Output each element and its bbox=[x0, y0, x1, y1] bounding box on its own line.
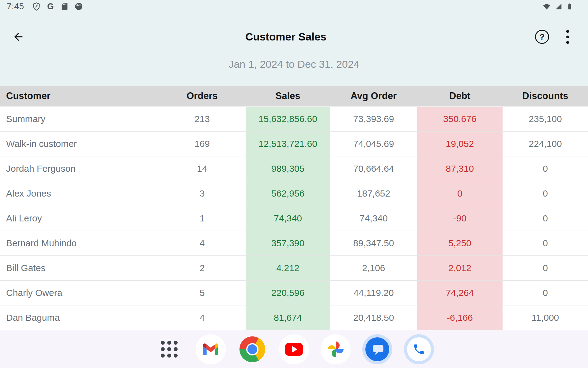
kebab-dot bbox=[566, 36, 569, 38]
back-arrow-icon bbox=[12, 31, 24, 43]
table-header-row: Customer Orders Sales Avg Order Debt Dis… bbox=[0, 86, 588, 107]
wifi-icon bbox=[542, 2, 551, 11]
table-row[interactable]: Ali Leroy 1 74,340 74,340 -90 0 bbox=[0, 206, 588, 231]
cell-sales: 357,390 bbox=[246, 231, 330, 255]
table-row[interactable]: Jordah Ferguson 14 989,305 70,664.64 87,… bbox=[0, 156, 588, 181]
cell-customer: Walk-in customer bbox=[0, 132, 159, 156]
cell-discounts: 0 bbox=[503, 256, 588, 280]
cell-avg-order: 74,045.69 bbox=[330, 132, 417, 156]
taskbar-app-google-photos[interactable] bbox=[321, 334, 351, 364]
cell-customer: Charly Owera bbox=[0, 281, 159, 305]
cell-sales: 81,674 bbox=[246, 305, 330, 330]
cell-sales: 989,305 bbox=[246, 156, 330, 181]
cookie-icon bbox=[74, 2, 83, 11]
cell-discounts: 224,100 bbox=[503, 132, 588, 156]
play-icon bbox=[292, 346, 297, 353]
google-photos-icon bbox=[321, 334, 351, 364]
cell-debt: 19,052 bbox=[417, 132, 503, 156]
cell-sales: 4,212 bbox=[246, 256, 330, 280]
cell-discounts: 0 bbox=[503, 156, 588, 181]
column-header-customer: Customer bbox=[0, 90, 159, 102]
cell-orders: 3 bbox=[159, 181, 246, 206]
table-row[interactable]: Dan Baguma 4 81,674 20,418.50 -6,166 11,… bbox=[0, 305, 588, 330]
cell-discounts: 0 bbox=[503, 181, 588, 206]
status-left-icons: G bbox=[32, 2, 83, 11]
cell-orders: 213 bbox=[159, 107, 246, 131]
cell-debt: 2,012 bbox=[417, 256, 503, 280]
back-button[interactable] bbox=[0, 31, 37, 43]
svg-text:G: G bbox=[47, 2, 54, 11]
table-row[interactable]: Bernard Muhindo 4 357,390 89,347.50 5,25… bbox=[0, 231, 588, 256]
cell-customer: Summary bbox=[0, 107, 159, 131]
top-section: Customer Sales ? Jan 1, 2024 to Dec 31, … bbox=[0, 13, 588, 86]
column-header-orders: Orders bbox=[159, 90, 246, 102]
cell-customer: Jordah Ferguson bbox=[0, 156, 159, 181]
cell-orders: 4 bbox=[159, 305, 246, 330]
cell-debt: 0 bbox=[417, 181, 503, 206]
app-bar-actions: ? bbox=[535, 29, 588, 45]
column-header-sales: Sales bbox=[246, 90, 330, 102]
cell-debt: 5,250 bbox=[417, 231, 503, 255]
status-bar: 7:45 G bbox=[0, 0, 588, 13]
status-time: 7:45 bbox=[7, 2, 24, 11]
cell-discounts: 0 bbox=[503, 206, 588, 231]
column-header-discounts: Discounts bbox=[503, 90, 588, 102]
cell-customer: Dan Baguma bbox=[0, 305, 159, 330]
cell-customer: Ali Leroy bbox=[0, 206, 159, 231]
cellular-signal-icon bbox=[554, 2, 563, 11]
android-screen: 7:45 G bbox=[0, 0, 588, 368]
cell-debt: 350,676 bbox=[417, 107, 503, 131]
cell-debt: -90 bbox=[417, 206, 503, 231]
column-header-debt: Debt bbox=[417, 90, 503, 102]
google-phone-icon bbox=[404, 334, 434, 364]
cell-customer: Bill Gates bbox=[0, 256, 159, 280]
cell-discounts: 0 bbox=[503, 231, 588, 255]
cell-sales: 562,956 bbox=[246, 181, 330, 206]
table-row[interactable]: Walk-in customer 169 12,513,721.60 74,04… bbox=[0, 132, 588, 156]
help-icon: ? bbox=[540, 32, 545, 42]
table-row[interactable]: Summary 213 15,632,856.60 73,393.69 350,… bbox=[0, 107, 588, 132]
help-button[interactable]: ? bbox=[535, 30, 549, 44]
status-right-icons bbox=[542, 2, 573, 11]
sd-card-icon bbox=[60, 2, 69, 11]
taskbar-app-youtube[interactable] bbox=[279, 334, 309, 364]
cell-discounts: 0 bbox=[503, 281, 588, 305]
page-title: Customer Sales bbox=[37, 31, 535, 43]
kebab-dot bbox=[566, 41, 569, 44]
table-row[interactable]: Alex Jones 3 562,956 187,652 0 0 bbox=[0, 181, 588, 206]
kebab-dot bbox=[566, 30, 569, 33]
table-row[interactable]: Charly Owera 5 220,596 44,119.20 74,264 … bbox=[0, 281, 588, 305]
taskbar-app-gmail[interactable] bbox=[196, 334, 226, 364]
table-row[interactable]: Bill Gates 2 4,212 2,106 2,012 0 bbox=[0, 256, 588, 281]
cell-customer: Bernard Muhindo bbox=[0, 231, 159, 255]
battery-icon bbox=[566, 2, 573, 11]
more-options-button[interactable] bbox=[565, 29, 570, 45]
cell-avg-order: 187,652 bbox=[330, 181, 417, 206]
app-drawer-button[interactable] bbox=[154, 334, 184, 364]
cell-discounts: 235,100 bbox=[503, 107, 588, 131]
taskbar-app-chrome[interactable] bbox=[237, 334, 267, 364]
cell-avg-order: 20,418.50 bbox=[330, 305, 417, 330]
cell-sales: 220,596 bbox=[246, 281, 330, 305]
cell-debt: -6,166 bbox=[417, 305, 503, 330]
cell-avg-order: 70,664.64 bbox=[330, 156, 417, 181]
cell-orders: 1 bbox=[159, 206, 246, 231]
gmail-icon bbox=[196, 334, 226, 364]
youtube-icon bbox=[279, 334, 309, 364]
cell-debt: 87,310 bbox=[417, 156, 503, 181]
app-drawer-icon bbox=[161, 341, 178, 358]
cell-orders: 5 bbox=[159, 281, 246, 305]
taskbar-app-google-phone[interactable] bbox=[404, 334, 434, 364]
cell-orders: 4 bbox=[159, 231, 246, 255]
cell-avg-order: 44,119.20 bbox=[330, 281, 417, 305]
app-bar: Customer Sales ? bbox=[0, 25, 588, 49]
shield-icon bbox=[32, 2, 41, 11]
cell-debt: 74,264 bbox=[417, 281, 503, 305]
cell-avg-order: 73,393.69 bbox=[330, 107, 417, 131]
google-g-icon: G bbox=[46, 2, 55, 11]
cell-orders: 169 bbox=[159, 132, 246, 156]
cell-avg-order: 2,106 bbox=[330, 256, 417, 280]
taskbar-app-google-messages[interactable] bbox=[362, 334, 392, 364]
cell-avg-order: 89,347.50 bbox=[330, 231, 417, 255]
cell-orders: 14 bbox=[159, 156, 246, 181]
